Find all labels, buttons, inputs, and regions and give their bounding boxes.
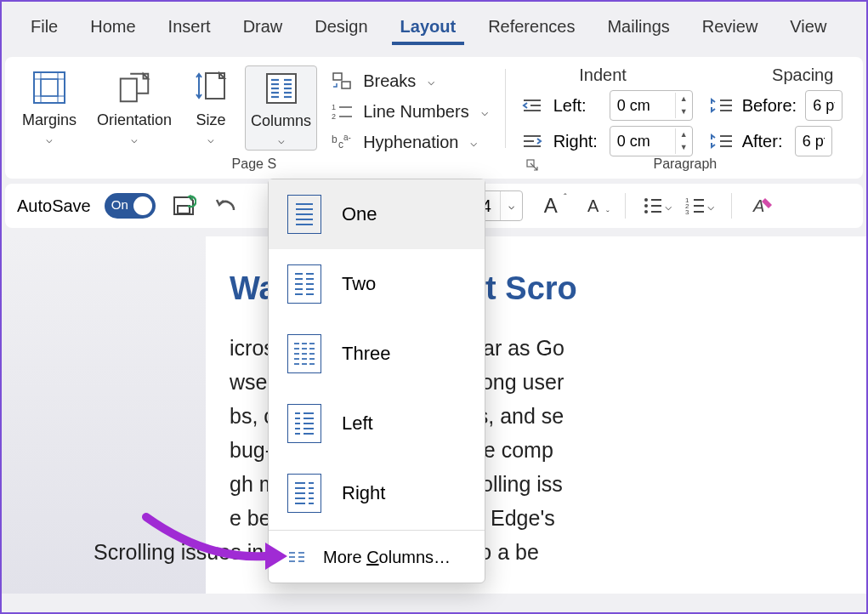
orientation-icon	[116, 70, 153, 105]
hyphenation-label: Hyphenation	[363, 133, 458, 152]
page-setup-group-label: Page S	[12, 156, 496, 172]
spinner-down[interactable]: ▼	[676, 105, 692, 118]
orientation-label: Orientation	[97, 111, 172, 129]
columns-option-label: Two	[342, 273, 376, 295]
svg-rect-19	[333, 73, 342, 80]
tab-mailings[interactable]: Mailings	[599, 12, 678, 45]
bullet-list-button[interactable]: ⌵	[643, 193, 672, 219]
spacing-heading: Spacing	[772, 65, 833, 85]
columns-option-right[interactable]: Right	[269, 458, 485, 528]
tab-home[interactable]: Home	[82, 12, 144, 45]
margins-button[interactable]: Margins ⌵	[17, 65, 82, 149]
chevron-down-icon: ⌵	[131, 133, 138, 145]
one-column-icon	[287, 195, 321, 234]
tab-insert[interactable]: Insert	[160, 12, 219, 45]
breaks-icon	[332, 71, 354, 90]
undo-button[interactable]	[212, 193, 241, 219]
spacing-after-icon	[708, 132, 734, 151]
clear-formatting-button[interactable]: A	[749, 193, 778, 219]
decrease-font-button[interactable]: Aˇ	[579, 193, 608, 219]
columns-option-label: One	[342, 203, 377, 225]
tab-design[interactable]: Design	[306, 12, 376, 45]
increase-font-button[interactable]: Aˆ	[536, 193, 565, 219]
size-button[interactable]: Size ⌵	[187, 65, 235, 149]
spacing-before-icon	[708, 96, 734, 115]
indent-right-input[interactable]	[610, 129, 675, 154]
columns-dropdown: One Two Three Left Right More Columns…	[268, 179, 485, 583]
chevron-down-icon: ⌵	[207, 133, 214, 145]
spacing-before-input[interactable]	[806, 94, 842, 118]
indent-left-spinner[interactable]: ▲▼	[610, 90, 693, 121]
orientation-button[interactable]: Orientation ⌵	[92, 65, 177, 149]
size-icon	[194, 70, 228, 105]
spinner-up[interactable]: ▲	[676, 128, 692, 141]
indent-left-icon	[519, 96, 545, 115]
paragraph-group-label: Paragraph	[514, 156, 856, 172]
columns-option-label: Right	[342, 482, 385, 504]
autosave-label: AutoSave	[17, 196, 91, 216]
columns-option-one[interactable]: One	[269, 179, 485, 249]
spacing-before-spinner[interactable]	[805, 90, 842, 121]
svg-marker-111	[265, 543, 287, 570]
breaks-button[interactable]: Breaks ⌵	[327, 69, 491, 93]
line-numbers-button[interactable]: 1 2 Line Numbers ⌵	[327, 99, 491, 123]
svg-rect-0	[34, 72, 65, 103]
columns-option-label: Left	[342, 412, 373, 435]
svg-rect-1	[41, 79, 58, 96]
chevron-down-icon: ⌵	[46, 133, 53, 145]
breaks-label: Breaks	[363, 71, 416, 91]
indent-right-spinner[interactable]: ▲▼	[610, 126, 693, 156]
tab-file[interactable]: File	[22, 12, 66, 45]
spinner-down[interactable]: ▼	[676, 141, 692, 154]
spacing-after-input[interactable]	[796, 129, 831, 154]
indent-left-label: Left:	[553, 96, 601, 116]
indent-left-input[interactable]	[610, 94, 675, 118]
toggle-knob	[133, 196, 152, 215]
group-page-setup: Margins ⌵ Orientation ⌵	[12, 65, 496, 172]
group-paragraph: Indent Spacing Left: ▲▼ Before:	[514, 65, 856, 172]
svg-point-43	[644, 204, 648, 208]
hyphenation-button[interactable]: b c a- Hyphenation ⌵	[327, 130, 491, 154]
three-column-icon	[287, 334, 321, 373]
numbered-list-button[interactable]: 123⌵	[685, 193, 714, 219]
columns-button[interactable]: Columns ⌵	[245, 65, 317, 151]
group-separator	[505, 69, 506, 148]
more-columns-button[interactable]: More Columns…	[269, 532, 485, 583]
chevron-down-icon: ⌵	[481, 105, 488, 118]
autosave-toggle[interactable]: On	[105, 193, 156, 219]
save-button[interactable]	[169, 193, 198, 219]
svg-text:3: 3	[685, 208, 689, 215]
svg-text:1: 1	[332, 103, 336, 111]
columns-option-three[interactable]: Three	[269, 319, 485, 389]
svg-text:b: b	[332, 134, 338, 145]
svg-rect-20	[342, 82, 350, 88]
columns-option-two[interactable]: Two	[269, 249, 485, 319]
spacing-before-label: Before:	[742, 96, 797, 116]
chevron-down-icon: ⌵	[278, 134, 285, 146]
tab-draw[interactable]: Draw	[235, 12, 292, 45]
two-column-icon	[287, 264, 321, 304]
columns-option-left[interactable]: Left	[269, 389, 485, 458]
chevron-down-icon: ⌵	[428, 74, 434, 88]
spacing-after-spinner[interactable]	[795, 126, 832, 156]
chevron-down-icon[interactable]: ⌵	[500, 191, 522, 220]
svg-text:2: 2	[332, 112, 336, 121]
indent-right-label: Right:	[553, 132, 601, 151]
spinner-up[interactable]: ▲	[676, 93, 692, 105]
tab-references[interactable]: References	[479, 12, 583, 45]
columns-option-label: Three	[342, 343, 390, 365]
size-label: Size	[196, 111, 226, 129]
indent-right-icon	[519, 132, 545, 151]
chevron-down-icon: ⌵	[470, 135, 477, 149]
separator	[625, 193, 626, 219]
svg-text:a-: a-	[343, 133, 351, 142]
menu-separator	[269, 530, 485, 531]
more-columns-label: More Columns…	[323, 548, 451, 567]
line-numbers-icon: 1 2	[332, 102, 354, 121]
indent-heading: Indent	[579, 65, 627, 85]
tab-layout[interactable]: Layout	[392, 12, 465, 45]
tab-review[interactable]: Review	[694, 12, 767, 45]
separator	[731, 193, 732, 219]
tab-view[interactable]: View	[781, 12, 835, 45]
svg-point-44	[644, 210, 648, 213]
